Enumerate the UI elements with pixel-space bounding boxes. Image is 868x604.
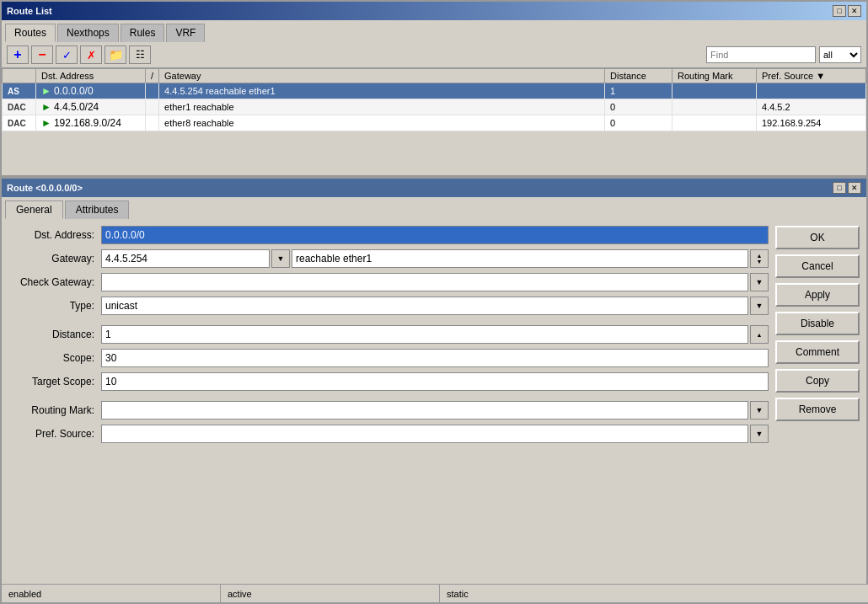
gateway-input1[interactable] [101, 249, 270, 268]
tab-routes[interactable]: Routes [5, 24, 56, 42]
col-type [3, 69, 36, 83]
check-gateway-row: Check Gateway: ▼ [8, 273, 769, 291]
route-list-titlebar-btns: □ ✕ [833, 5, 861, 17]
row-dist-0: 1 [605, 83, 672, 99]
check-gateway-label: Check Gateway: [8, 276, 101, 288]
status-bar: enabled active static [2, 584, 868, 602]
dialog-body: Dst. Address: Gateway: ▼ ▲ ▼ Check [2, 219, 866, 599]
scope-label: Scope: [8, 352, 101, 364]
distance-input[interactable] [101, 325, 748, 344]
row-gw-2: ether8 reachable [159, 115, 605, 131]
row-dst-0: 0.0.0.0/0 [54, 85, 94, 97]
target-scope-input[interactable] [101, 372, 769, 391]
status-enabled: enabled [2, 585, 221, 602]
row-dst-2: 192.168.9.0/24 [54, 117, 121, 129]
routing-mark-dropdown-btn[interactable]: ▼ [750, 401, 769, 420]
scope-input[interactable] [101, 349, 769, 367]
distance-updown-btn[interactable]: ▲ [750, 325, 769, 344]
dst-address-row: Dst. Address: [8, 226, 769, 244]
copy-button[interactable]: Copy [775, 369, 860, 393]
routing-mark-row: Routing Mark: ▼ [8, 401, 769, 420]
check-gateway-dropdown-btn[interactable]: ▼ [750, 273, 769, 291]
type-input[interactable] [101, 297, 748, 315]
tab-nexthops[interactable]: Nexthops [57, 24, 119, 42]
dialog-close-btn[interactable]: ✕ [848, 182, 861, 194]
distance-wrapper: ▲ [101, 325, 769, 344]
folder-btn[interactable]: 📁 [104, 45, 126, 64]
pref-source-input[interactable] [101, 425, 748, 443]
find-input[interactable] [706, 46, 816, 63]
route-table: Dst. Address / Gateway Distance Routing … [2, 68, 866, 131]
distance-row: Distance: ▲ [8, 325, 769, 344]
type-dropdown-btn[interactable]: ▼ [750, 297, 769, 315]
tab-rules[interactable]: Rules [121, 24, 165, 42]
route-list-titlebar: Route List □ ✕ [2, 2, 866, 20]
comment-button[interactable]: Comment [775, 340, 860, 364]
gateway-updown-btn[interactable]: ▲ ▼ [750, 249, 769, 268]
row-type-0: AS [8, 87, 19, 96]
dst-address-label: Dst. Address: [8, 229, 101, 241]
gateway-input2[interactable] [292, 249, 748, 268]
route-list-window: Route List □ ✕ Routes Nexthops Rules VRF… [0, 0, 868, 177]
btn-panel: OK Cancel Apply Disable Comment Copy Rem… [775, 226, 860, 592]
col-distance[interactable]: Distance [605, 69, 672, 83]
table-row[interactable]: DAC ►192.168.9.0/24 ether8 reachable 0 1… [3, 115, 866, 131]
row-dist-1: 0 [605, 99, 672, 115]
routing-mark-label: Routing Mark: [8, 404, 101, 416]
row-pref-1: 4.4.5.2 [757, 99, 866, 115]
status-active: active [221, 585, 440, 602]
pref-source-row: Pref. Source: ▼ [8, 425, 769, 443]
disable-button[interactable]: Disable [775, 312, 860, 335]
tab-vrf[interactable]: VRF [166, 24, 205, 42]
apply-button[interactable]: Apply [775, 283, 860, 307]
cancel-button[interactable]: Cancel [775, 254, 860, 278]
table-row[interactable]: AS ►0.0.0.0/0 4.4.5.254 reachable ether1… [3, 83, 866, 99]
cross-btn[interactable]: ✗ [80, 45, 102, 64]
gateway-row: Gateway: ▼ ▲ ▼ [8, 249, 769, 268]
col-sep: / [146, 69, 159, 83]
col-dst[interactable]: Dst. Address [36, 69, 146, 83]
route-dialog-titlebar: Route <0.0.0.0/0> □ ✕ [2, 179, 866, 197]
row-type-1: DAC [8, 103, 26, 112]
col-pref-source[interactable]: Pref. Source ▼ [757, 69, 866, 83]
find-area: all [706, 46, 861, 63]
dialog-tabs: General Attributes [2, 197, 866, 219]
ok-button[interactable]: OK [775, 226, 860, 249]
row-mark-2 [672, 115, 757, 131]
table-row[interactable]: DAC ►4.4.5.0/24 ether1 reachable 0 4.4.5… [3, 99, 866, 115]
scope-row: Scope: [8, 349, 769, 367]
dst-address-input[interactable] [101, 226, 769, 244]
route-dialog-window: Route <0.0.0.0/0> □ ✕ General Attributes… [0, 177, 868, 604]
check-gateway-input[interactable] [101, 273, 748, 291]
gateway-dropdown1-btn[interactable]: ▼ [271, 249, 290, 268]
check-btn[interactable]: ✓ [56, 45, 78, 64]
pref-source-dropdown-btn[interactable]: ▼ [750, 425, 769, 443]
type-wrapper: ▼ [101, 297, 769, 315]
remove-route-btn[interactable]: − [31, 45, 53, 64]
row-gw-0: 4.4.5.254 reachable ether1 [159, 83, 605, 99]
restore-btn[interactable]: □ [833, 5, 846, 17]
row-pref-0 [757, 83, 866, 99]
add-route-btn[interactable]: + [7, 45, 29, 64]
route-table-wrapper: Dst. Address / Gateway Distance Routing … [2, 68, 866, 131]
row-gw-1: ether1 reachable [159, 99, 605, 115]
close-btn[interactable]: ✕ [848, 5, 861, 17]
row-mark-0 [672, 83, 757, 99]
gateway-label: Gateway: [8, 253, 101, 265]
tab-attributes[interactable]: Attributes [65, 200, 130, 219]
dialog-restore-btn[interactable]: □ [833, 182, 846, 194]
route-list-toolbar: + − ✓ ✗ 📁 ☷ all [2, 42, 866, 68]
find-scope-select[interactable]: all [819, 46, 861, 63]
tab-general[interactable]: General [5, 200, 63, 219]
remove-button[interactable]: Remove [775, 398, 860, 421]
route-list-tabs: Routes Nexthops Rules VRF [2, 20, 866, 42]
col-gateway[interactable]: Gateway [159, 69, 605, 83]
target-scope-row: Target Scope: [8, 372, 769, 391]
pref-source-wrapper: ▼ [101, 425, 769, 443]
route-dialog-titlebar-btns: □ ✕ [833, 182, 861, 194]
type-row: Type: ▼ [8, 297, 769, 315]
col-routing-mark[interactable]: Routing Mark [672, 69, 757, 83]
routing-mark-input[interactable] [101, 401, 748, 420]
filter-btn[interactable]: ☷ [129, 45, 151, 64]
gateway-wrapper: ▼ ▲ ▼ [101, 249, 769, 268]
